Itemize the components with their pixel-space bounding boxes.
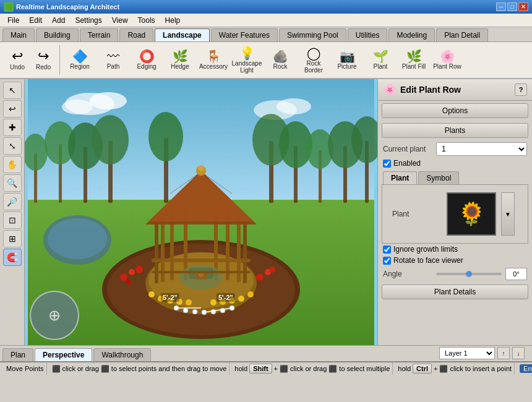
svg-point-67 <box>210 299 217 306</box>
enabled-checkbox[interactable] <box>383 160 391 168</box>
menu-item-add[interactable]: Add <box>47 15 70 26</box>
status-click-drag2-text: click or drag <box>290 365 327 372</box>
left-tool-fit-view[interactable]: ⊡ <box>3 212 22 229</box>
rotate-label: Rotate to face viewer <box>393 256 463 265</box>
menu-item-help[interactable]: Help <box>160 15 186 26</box>
main-tab-utilities[interactable]: Utilities <box>348 28 388 41</box>
status-click-drag: ⬛ click or drag ⬛ to select points and t… <box>49 362 230 375</box>
tab-plant[interactable]: Plant <box>383 171 417 184</box>
status-move-points: Move Points <box>4 362 47 375</box>
main-tab-building[interactable]: Building <box>36 28 79 41</box>
status-action1-text: to select points and then drag to move <box>111 365 227 372</box>
svg-point-28 <box>48 218 107 259</box>
status-shift-section: hold Shift + ⬛ click or drag ⬛ to select… <box>232 362 393 375</box>
current-plant-row: Current plant 1 <box>378 140 532 158</box>
maximize-button[interactable]: □ <box>507 2 517 11</box>
toolbar-btn-plant-row[interactable]: 🌸Plant Row <box>431 44 463 76</box>
status-ctrl-section: hold Ctrl + ⬛ click to insert a point <box>395 362 515 375</box>
close-button[interactable]: ✕ <box>518 2 528 11</box>
current-plant-label: Current plant <box>383 145 432 153</box>
menu-item-view[interactable]: View <box>107 15 133 26</box>
toolbar-btn-hedge[interactable]: 🌿Hedge <box>164 44 196 76</box>
app-title: Realtime Landscaping Architect <box>16 3 119 11</box>
left-tool-resize[interactable]: ⤡ <box>3 137 22 155</box>
options-button[interactable]: Options <box>382 103 528 118</box>
status-hold2-text: hold <box>398 365 411 372</box>
toolbar-btn-edging[interactable]: ⭕Edging <box>131 44 163 76</box>
tab-plan[interactable]: Plan <box>2 348 33 361</box>
status-action2-text: to select multiple <box>339 365 390 372</box>
left-tool-grid[interactable]: ⊞ <box>3 230 22 247</box>
main-tab-plan-detail[interactable]: Plan Detail <box>436 28 488 41</box>
svg-point-3 <box>62 100 93 114</box>
svg-rect-53 <box>152 259 251 262</box>
current-plant-select[interactable]: 1 <box>436 142 527 156</box>
toolbar-btn-plant-fill[interactable]: 🌿Plant Fill <box>398 44 430 76</box>
layer-up-button[interactable]: ↑ <box>497 347 510 359</box>
svg-point-74 <box>269 267 275 273</box>
rock-icon: 🪨 <box>273 50 288 62</box>
tab-perspective[interactable]: Perspective <box>35 348 92 361</box>
toolbar-btn-undo[interactable]: ↩Undo <box>5 44 30 76</box>
left-tool-zoom-in[interactable]: 🔍 <box>3 174 22 192</box>
ignore-growth-checkbox[interactable] <box>383 246 391 254</box>
left-tool-undo-left[interactable]: ↩ <box>3 100 22 118</box>
main-tab-landscape[interactable]: Landscape <box>155 28 210 41</box>
main-tab-terrain[interactable]: Terrain <box>80 28 119 41</box>
toolbar-btn-landscape-light[interactable]: 💡Landscape Light <box>231 44 263 76</box>
main-tab-water-features[interactable]: Water Features <box>211 28 278 41</box>
left-tool-snap[interactable]: 🧲 <box>3 249 22 266</box>
menu-item-settings[interactable]: Settings <box>70 15 106 26</box>
angle-slider[interactable] <box>436 273 502 275</box>
shift-key: Shift <box>249 364 272 374</box>
left-tool-zoom-out[interactable]: 🔎 <box>3 193 22 210</box>
svg-point-5 <box>277 98 311 114</box>
left-tool-select[interactable]: ↖ <box>3 82 22 99</box>
plant-thumbnail[interactable]: 🌻 <box>447 192 496 236</box>
minimize-button[interactable]: ─ <box>496 2 506 11</box>
main-tab-main[interactable]: Main <box>2 28 35 41</box>
accessory-icon: 🪑 <box>206 50 221 62</box>
tab-walkthrough[interactable]: Walkthrough <box>93 348 151 361</box>
status-enter-section: Enter for k <box>517 362 532 375</box>
region-icon: 🔷 <box>72 50 88 62</box>
ignore-growth-label: Ignore growth limits <box>393 245 458 254</box>
left-tool-hand[interactable]: ✋ <box>3 156 22 173</box>
main-tab-modeling[interactable]: Modeling <box>388 28 435 41</box>
cursor-icon2: ⬛ <box>101 365 109 373</box>
toolbar-btn-rock-border[interactable]: ◯Rock Border <box>298 44 330 76</box>
toolbar-btn-rock[interactable]: 🪨Rock <box>264 44 296 76</box>
menu-item-tools[interactable]: Tools <box>133 15 160 26</box>
menu-item-edit[interactable]: Edit <box>24 15 47 26</box>
toolbar-btn-region[interactable]: 🔷Region <box>64 44 96 76</box>
canvas-area[interactable]: 5'-2" 5'-2" ⊕ <box>25 79 377 345</box>
status-bar: Move Points ⬛ click or drag ⬛ to select … <box>0 361 532 375</box>
menu-item-file[interactable]: File <box>2 15 24 26</box>
enabled-label: Enabled <box>393 159 421 168</box>
ctrl-key: Ctrl <box>413 364 432 374</box>
rotate-checkbox[interactable] <box>383 257 391 265</box>
layer-select[interactable]: Layer 1 <box>439 347 495 359</box>
toolbar-btn-path[interactable]: 〰Path <box>97 44 129 76</box>
angle-label: Angle <box>383 270 432 278</box>
svg-point-2 <box>90 92 127 109</box>
plants-button[interactable]: Plants <box>382 123 528 138</box>
toolbar-btn-plant[interactable]: 🌱Plant <box>364 44 397 76</box>
svg-point-16 <box>148 112 183 161</box>
toolbar-btn-accessory[interactable]: 🪑Accessory <box>197 44 230 76</box>
picture-icon: 📷 <box>340 50 355 62</box>
main-tab-road[interactable]: Road <box>119 28 153 41</box>
plant-details-button[interactable]: Plant Details <box>382 284 528 299</box>
help-button[interactable]: ? <box>515 83 527 96</box>
plant-selection-row: Plant 🌻 ▼ <box>387 190 523 238</box>
plant-dropdown-button[interactable]: ▼ <box>501 192 515 236</box>
main-tab-swimming-pool[interactable]: Swimming Pool <box>279 28 346 41</box>
layer-down-button[interactable]: ↓ <box>512 347 525 359</box>
tab-symbol[interactable]: Symbol <box>418 171 459 184</box>
rotate-row: Rotate to face viewer <box>378 255 532 266</box>
svg-point-56 <box>129 269 135 275</box>
toolbar-btn-redo[interactable]: ↪Redo <box>31 44 56 76</box>
svg-point-77 <box>192 309 197 314</box>
left-tool-zoom-plus[interactable]: ✚ <box>3 119 22 136</box>
toolbar-btn-picture[interactable]: 📷Picture <box>331 44 363 76</box>
